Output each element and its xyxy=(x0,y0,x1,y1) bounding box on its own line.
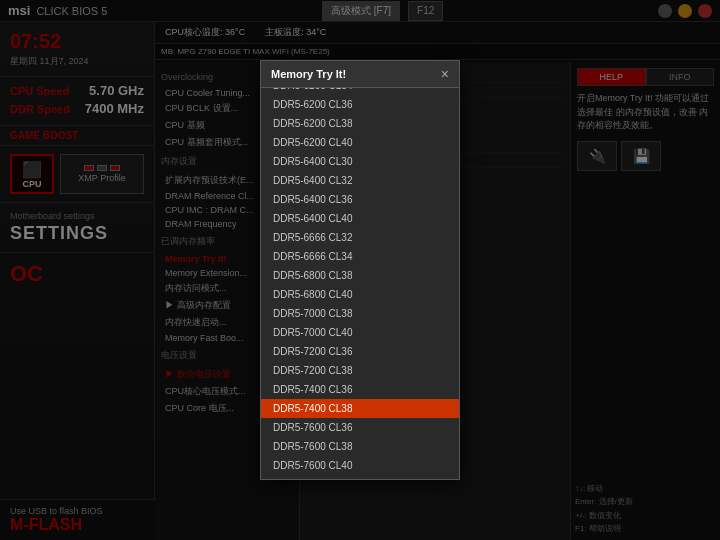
modal-list-item[interactable]: DDR5-7600 CL36 xyxy=(261,418,459,437)
modal-list-item[interactable]: DDR5-6400 CL40 xyxy=(261,209,459,228)
modal-close-button[interactable]: × xyxy=(441,67,449,81)
modal-list-item[interactable]: DDR5-6800 CL38 xyxy=(261,266,459,285)
modal-list-item[interactable]: DDR5-7600 CL38 xyxy=(261,437,459,456)
modal-list-item[interactable]: DDR5-7600 CL40 xyxy=(261,456,459,475)
modal-list: DDR5-5800 CL36DDR5-5800 CL38DDR5-6000 CL… xyxy=(261,88,459,479)
modal-overlay: Memory Try It! × DDR5-5800 CL36DDR5-5800… xyxy=(0,0,720,540)
modal-header: Memory Try It! × xyxy=(261,61,459,88)
modal-title: Memory Try It! xyxy=(271,68,346,80)
modal-list-item[interactable]: DDR5-7000 CL38 xyxy=(261,304,459,323)
modal-list-item[interactable]: DDR5-6400 CL32 xyxy=(261,171,459,190)
modal-list-item[interactable]: DDR5-6200 CL38 xyxy=(261,114,459,133)
modal-list-item[interactable]: DDR5-6400 CL36 xyxy=(261,190,459,209)
modal-list-item[interactable]: DDR5-7400 CL38 xyxy=(261,399,459,418)
modal-list-item[interactable]: DDR5-6200 CL34 xyxy=(261,88,459,95)
memory-try-it-modal: Memory Try It! × DDR5-5800 CL36DDR5-5800… xyxy=(260,60,460,480)
modal-list-item[interactable]: DDR5-6666 CL32 xyxy=(261,228,459,247)
modal-list-item[interactable]: DDR5-6200 CL40 xyxy=(261,133,459,152)
modal-list-item[interactable]: DDR5-7400 CL36 xyxy=(261,380,459,399)
modal-list-item[interactable]: DDR5-6200 CL36 xyxy=(261,95,459,114)
modal-list-item[interactable]: DDR5-6800 CL40 xyxy=(261,285,459,304)
modal-list-item[interactable]: DDR5-6400 CL30 xyxy=(261,152,459,171)
modal-list-item[interactable]: DDR5-7200 CL38 xyxy=(261,361,459,380)
modal-list-item[interactable]: DDR5-7200 CL36 xyxy=(261,342,459,361)
modal-list-item[interactable]: DDR5-6666 CL34 xyxy=(261,247,459,266)
modal-list-item[interactable]: DDR5-7000 CL40 xyxy=(261,323,459,342)
